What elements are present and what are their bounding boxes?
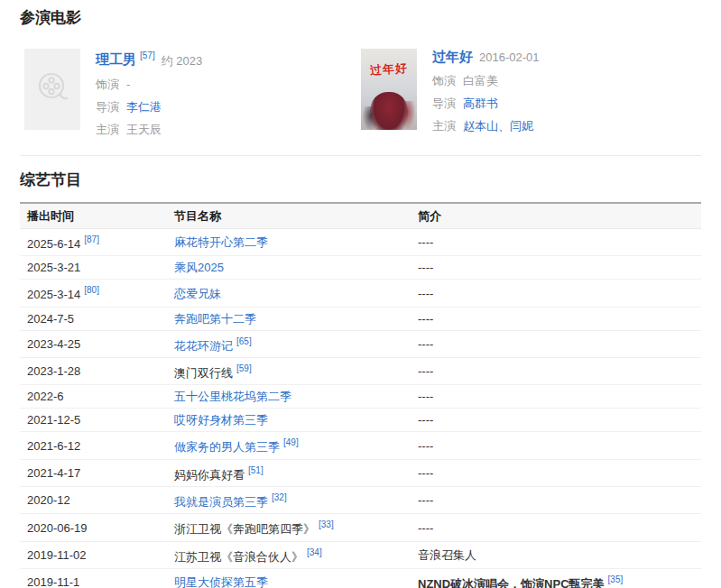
air-date: 2023-4-25: [27, 337, 80, 351]
intro-cell: 音浪召集人: [411, 541, 701, 568]
section-divider: [20, 155, 701, 156]
air-date: 2020-06-19: [27, 521, 88, 535]
movie-card-list: 理工男[57]约 2023饰演-导演李仁港主演王天辰过年好过年好2016-02-…: [24, 49, 701, 135]
intro-ref[interactable]: [35]: [608, 574, 624, 584]
movie-release-date: 约 2023: [162, 54, 203, 68]
field-label: 主演: [96, 123, 119, 136]
intro-cell: ----: [411, 229, 701, 256]
field-value: 王天辰: [126, 123, 162, 136]
air-date-cell: 2019-11-1: [20, 569, 167, 588]
intro-text: ----: [418, 235, 433, 249]
show-name-link[interactable]: 哎呀好身材第三季: [174, 413, 268, 427]
movie-title-link[interactable]: 过年好: [432, 49, 473, 64]
intro-text: ----: [418, 261, 433, 274]
air-date-cell: 2024-7-5: [20, 307, 167, 330]
field-label: 导演: [96, 100, 119, 114]
air-date: 2025-3-14: [27, 289, 80, 302]
air-date-cell: 2020-12: [20, 487, 167, 514]
show-name-link[interactable]: 做家务的男人第三季: [174, 441, 280, 455]
variety-section-title: 综艺节目: [20, 171, 701, 189]
table-row: 2025-3-14[80]恋爱兄妹----: [20, 280, 701, 307]
intro-cell: ----: [411, 459, 701, 486]
intro-cell: ----: [411, 280, 701, 307]
show-name-link[interactable]: 五十公里桃花坞第二季: [174, 390, 291, 403]
table-row: 2021-4-17妈妈你真好看[51]----: [20, 459, 701, 486]
movies-section: 参演电影 理工男[57]约 2023饰演-导演李仁港主演王天辰过年好过年好201…: [20, 9, 701, 156]
movie-release-date: 2016-02-01: [479, 51, 540, 64]
show-name-ref[interactable]: [59]: [236, 363, 252, 373]
air-date-cell: 2025-6-14[87]: [20, 229, 167, 256]
show-name-ref[interactable]: [33]: [319, 519, 334, 529]
table-row: 2023-1-28澳门双行线[59]----: [20, 358, 701, 385]
air-date: 2019-11-02: [27, 548, 87, 562]
show-name-cell: 妈妈你真好看[51]: [167, 459, 411, 486]
field-value-link[interactable]: 赵本山、闫妮: [463, 119, 533, 133]
table-row: 2021-6-12做家务的男人第三季[49]----: [20, 432, 701, 459]
show-name-link[interactable]: 明星大侦探第五季: [174, 575, 268, 588]
air-date: 2025-3-21: [27, 261, 80, 274]
air-date-ref[interactable]: [87]: [84, 234, 99, 244]
movie-poster-placeholder[interactable]: [24, 49, 80, 130]
show-name-ref[interactable]: [32]: [272, 492, 287, 502]
table-row: 2022-6五十公里桃花坞第二季----: [20, 385, 701, 409]
field-value-link[interactable]: 李仁港: [126, 100, 162, 114]
intro-cell: ----: [411, 487, 701, 514]
air-date-cell: 2023-1-28: [20, 358, 167, 385]
air-date-ref[interactable]: [80]: [84, 285, 99, 295]
show-name-ref[interactable]: [65]: [236, 336, 252, 346]
show-name-link[interactable]: 乘风2025: [174, 261, 224, 274]
field-label: 饰演: [432, 74, 456, 87]
movie-title-line: 过年好2016-02-01: [432, 50, 540, 65]
movie-poster-image[interactable]: 过年好: [361, 49, 417, 130]
air-date-cell: 2020-06-19: [20, 514, 167, 541]
intro-cell: ----: [411, 432, 701, 459]
show-name-cell: 奔跑吧第十二季: [167, 307, 411, 330]
baike-person-page: 参演电影 理工男[57]约 2023饰演-导演李仁港主演王天辰过年好过年好201…: [0, 0, 721, 588]
air-date: 2021-6-12: [27, 439, 80, 453]
table-row: 2023-4-25花花环游记[65]----: [20, 330, 701, 357]
show-name-link[interactable]: 我就是演员第三季: [174, 495, 268, 509]
air-date: 2021-12-5: [27, 413, 80, 427]
movie-field-cast: 主演王天辰: [96, 124, 202, 136]
show-name-link[interactable]: 恋爱兄妹: [174, 287, 221, 300]
table-row: 2021-12-5哎呀好身材第三季----: [20, 409, 701, 432]
field-label: 主演: [432, 119, 456, 133]
intro-cell: NZND破冰演唱会，饰演NPC甄完美[35]: [411, 569, 701, 588]
show-name-ref[interactable]: [51]: [248, 465, 263, 475]
intro-text: NZND破冰演唱会，饰演NPC甄完美: [418, 577, 605, 588]
show-name-cell: 澳门双行线[59]: [167, 358, 411, 385]
show-name-link[interactable]: 花花环游记: [174, 339, 233, 353]
intro-text: ----: [418, 413, 433, 427]
table-row: 2019-11-02江苏卫视《音浪合伙人》[34]音浪召集人: [20, 541, 701, 568]
show-name: 浙江卫视《奔跑吧第四季》: [174, 523, 315, 537]
variety-section: 综艺节目 播出时间 节目名称 简介 2025-6-14[87]麻花特开心第二季-…: [20, 171, 701, 588]
table-row: 2020-12我就是演员第三季[32]----: [20, 487, 701, 514]
show-name-link[interactable]: 奔跑吧第十二季: [174, 312, 256, 326]
movie-title-link[interactable]: 理工男: [96, 52, 136, 68]
show-name-cell: 江苏卫视《音浪合伙人》[34]: [167, 541, 411, 568]
film-reel-icon: [33, 69, 71, 110]
show-name-link[interactable]: 麻花特开心第二季: [174, 235, 268, 249]
show-name: 澳门双行线: [174, 366, 233, 380]
movie-info: 理工男[57]约 2023饰演-导演李仁港主演王天辰: [96, 49, 202, 135]
show-name-cell: 恋爱兄妹: [167, 280, 411, 307]
air-date-cell: 2021-6-12: [20, 432, 167, 459]
show-name-cell: 做家务的男人第三季[49]: [167, 432, 411, 459]
show-name-ref[interactable]: [34]: [307, 547, 322, 557]
field-value-link[interactable]: 高群书: [463, 96, 498, 110]
column-header-show-name: 节目名称: [167, 203, 411, 229]
movie-title-line: 理工男[57]约 2023: [96, 50, 202, 68]
intro-text: ----: [418, 521, 433, 535]
column-header-intro: 简介: [411, 203, 701, 229]
show-name-cell: 花花环游记[65]: [167, 330, 411, 357]
intro-text: ----: [418, 364, 433, 378]
movie-field-role: 饰演白富美: [432, 75, 540, 87]
movie-card: 过年好过年好2016-02-01饰演白富美导演高群书主演赵本山、闫妮: [361, 49, 698, 135]
intro-cell: ----: [411, 358, 701, 385]
variety-show-table: 播出时间 节目名称 简介 2025-6-14[87]麻花特开心第二季----20…: [20, 202, 701, 588]
movie-title-ref[interactable]: [57]: [140, 51, 155, 60]
air-date: 2021-4-17: [27, 466, 80, 480]
show-name-ref[interactable]: [49]: [283, 437, 299, 447]
air-date: 2020-12: [27, 493, 70, 507]
air-date-cell: 2019-11-02: [20, 541, 167, 568]
